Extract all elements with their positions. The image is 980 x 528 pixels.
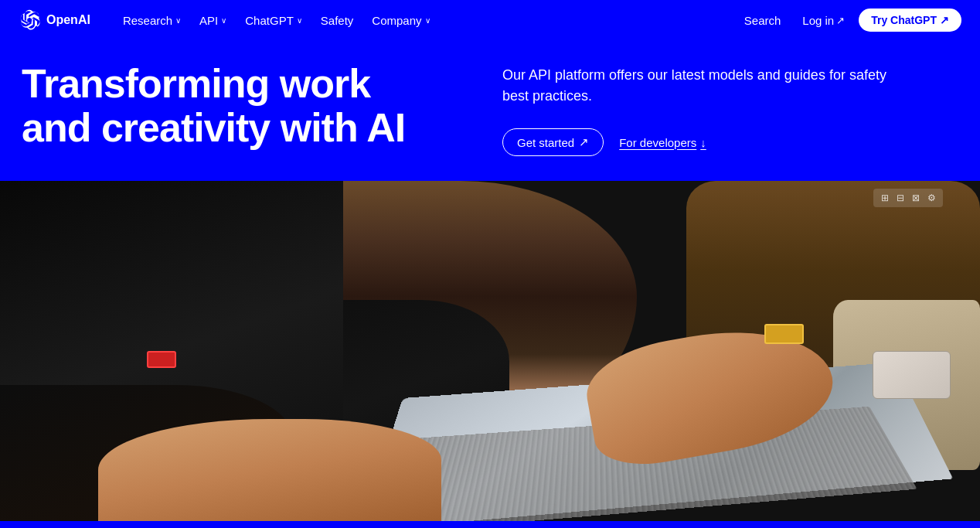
hero-right: Our API platform offers our latest model… bbox=[490, 62, 958, 156]
try-chatgpt-button[interactable]: Try ChatGPT ↗ bbox=[859, 9, 961, 32]
nav-chatgpt[interactable]: ChatGPT ∨ bbox=[237, 9, 310, 32]
api-chevron-icon: ∨ bbox=[221, 16, 226, 25]
nav-api[interactable]: API ∨ bbox=[192, 9, 234, 32]
phone bbox=[873, 351, 951, 399]
login-arrow-icon: ↗ bbox=[836, 15, 845, 26]
toolbar-icon-1[interactable]: ⊞ bbox=[878, 191, 892, 205]
research-chevron-icon: ∨ bbox=[175, 16, 181, 25]
developers-arrow-icon: ↓ bbox=[700, 136, 706, 149]
nav-company[interactable]: Company ∨ bbox=[364, 9, 437, 32]
watch-yellow bbox=[764, 324, 804, 344]
navbar: OpenAI Research ∨ API ∨ ChatGPT ∨ Safety… bbox=[0, 0, 980, 40]
for-developers-button[interactable]: For developers ↓ bbox=[619, 136, 706, 149]
logo-link[interactable]: OpenAI bbox=[19, 9, 90, 31]
hand-bottom bbox=[98, 419, 441, 521]
openai-logo-icon bbox=[19, 9, 40, 31]
toolbar-icon-4[interactable]: ⚙ bbox=[924, 191, 938, 205]
image-toolbar: ⊞ ⊟ ⊠ ⚙ bbox=[873, 189, 943, 207]
nav-right-actions: Search Log in ↗ Try ChatGPT ↗ bbox=[737, 9, 961, 32]
login-button[interactable]: Log in ↗ bbox=[795, 9, 852, 32]
hero-title: Transforming work and creativity with AI bbox=[22, 62, 424, 150]
get-started-arrow-icon: ↗ bbox=[579, 135, 589, 149]
get-started-button[interactable]: Get started ↗ bbox=[502, 128, 604, 156]
toolbar-icon-2[interactable]: ⊟ bbox=[893, 191, 907, 205]
chatgpt-chevron-icon: ∨ bbox=[297, 16, 302, 25]
hero-left: Transforming work and creativity with AI bbox=[22, 62, 490, 150]
brand-name: OpenAI bbox=[46, 13, 90, 27]
nav-links: Research ∨ API ∨ ChatGPT ∨ Safety Compan… bbox=[115, 9, 737, 32]
hero-image bbox=[0, 181, 980, 521]
image-section: ⊞ ⊟ ⊠ ⚙ bbox=[0, 181, 980, 521]
hero-description: Our API platform offers our latest model… bbox=[502, 65, 889, 107]
search-button[interactable]: Search bbox=[737, 9, 789, 32]
hero-cta-buttons: Get started ↗ For developers ↓ bbox=[502, 128, 958, 156]
toolbar-icon-3[interactable]: ⊠ bbox=[909, 191, 923, 205]
watch-red bbox=[147, 351, 176, 368]
company-chevron-icon: ∨ bbox=[425, 16, 430, 25]
nav-research[interactable]: Research ∨ bbox=[115, 9, 189, 32]
hero-section: Transforming work and creativity with AI… bbox=[0, 40, 980, 181]
try-arrow-icon: ↗ bbox=[940, 14, 949, 26]
nav-safety[interactable]: Safety bbox=[313, 9, 362, 32]
